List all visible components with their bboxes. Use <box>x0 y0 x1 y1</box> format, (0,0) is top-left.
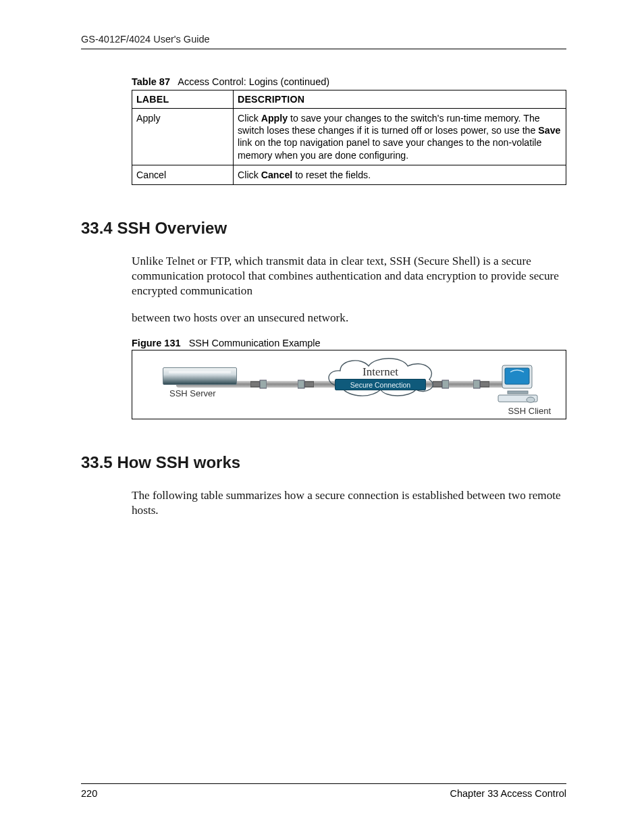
table-row: Apply Click Apply to save your changes t… <box>132 109 566 165</box>
svg-rect-6 <box>480 382 489 387</box>
figure-131-caption-text: SSH Communication Example <box>189 338 321 348</box>
heading-33-4: 33.4 SSH Overview <box>81 219 566 238</box>
connector-icon <box>298 377 314 391</box>
table-header-row: LABEL DESCRIPTION <box>132 90 566 109</box>
ssh-client-icon <box>497 363 539 405</box>
svg-rect-1 <box>260 380 267 388</box>
cell-description: Click Cancel to reset the fields. <box>234 165 566 184</box>
heading-33-5: 33.5 How SSH works <box>81 453 566 472</box>
secure-connection-label: Secure Connection <box>335 379 426 390</box>
th-label: LABEL <box>132 90 234 109</box>
svg-rect-0 <box>250 382 260 387</box>
page-footer: 220 Chapter 33 Access Control <box>81 783 566 799</box>
ssh-client-label: SSH Client <box>508 406 551 416</box>
desc-text: link on the top navigation panel to save… <box>238 137 541 160</box>
table-row: Cancel Click Cancel to reset the fields. <box>132 165 566 184</box>
paragraph: The following table summarizes how a sec… <box>132 488 566 518</box>
connector-icon <box>250 377 267 391</box>
cell-label: Apply <box>132 109 234 165</box>
svg-rect-7 <box>473 380 480 388</box>
ssh-server-icon <box>163 367 237 385</box>
cell-description: Click Apply to save your changes to the … <box>234 109 566 165</box>
table-87-caption-label: Table 87 <box>132 76 170 87</box>
svg-rect-2 <box>304 382 314 387</box>
ssh-server-label: SSH Server <box>169 388 216 398</box>
guide-title: GS-4012F/4024 User's Guide <box>81 34 210 45</box>
desc-text: to reset the fields. <box>292 170 371 180</box>
svg-rect-10 <box>508 391 528 394</box>
figure-131-caption: Figure 131 SSH Communication Example <box>132 338 566 350</box>
table-87: LABEL DESCRIPTION Apply Click Apply to s… <box>132 90 566 185</box>
desc-bold: Apply <box>261 113 288 124</box>
desc-text: Click <box>238 113 261 124</box>
th-description: DESCRIPTION <box>234 90 566 109</box>
page-number: 220 <box>81 788 97 799</box>
svg-rect-3 <box>298 380 304 388</box>
paragraph: Unlike Telnet or FTP, which transmit dat… <box>132 254 566 298</box>
figure-131: SSH Server Internet Secure Connection <box>132 350 566 419</box>
page-header: GS-4012F/4024 User's Guide <box>81 34 566 49</box>
cell-label: Cancel <box>132 165 234 184</box>
table-87-caption: Table 87 Access Control: Logins (continu… <box>132 76 566 87</box>
paragraph: between two hosts over an unsecured netw… <box>132 311 566 325</box>
svg-point-12 <box>527 397 535 402</box>
table-87-caption-text: Access Control: Logins (continued) <box>178 76 329 87</box>
cloud-label: Internet <box>321 365 439 379</box>
chapter-label: Chapter 33 Access Control <box>450 788 566 799</box>
figure-131-inner: SSH Server Internet Secure Connection <box>132 350 566 419</box>
desc-bold: Save <box>538 125 560 136</box>
desc-text: Click <box>238 170 261 180</box>
desc-bold: Cancel <box>261 170 293 180</box>
svg-rect-5 <box>442 380 449 388</box>
connector-icon <box>473 377 489 391</box>
internet-cloud-icon: Internet <box>321 356 439 396</box>
figure-131-caption-label: Figure 131 <box>132 338 181 348</box>
